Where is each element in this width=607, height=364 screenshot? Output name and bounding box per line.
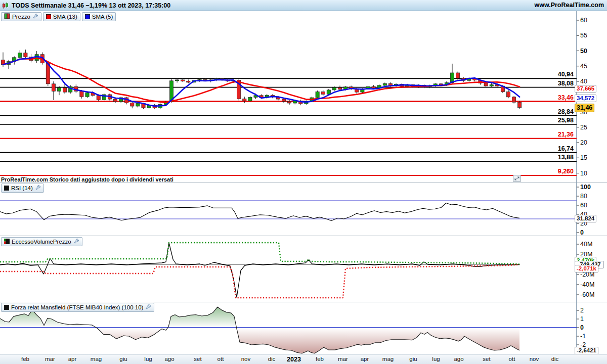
axis-tick-label: 80 [580, 193, 587, 200]
chip-sma13-label: SMA (13) [53, 14, 77, 20]
data-adjustment-note: ProRealTime.com Storico dati aggiustato … [1, 176, 174, 183]
time-axis-label: giu [119, 356, 127, 362]
price-candles-icon [4, 13, 10, 20]
rsi-value-badge: 31,824 [575, 215, 596, 222]
time-axis-label: ott [218, 356, 224, 362]
axis-tick-label: 60 [580, 202, 587, 209]
chip-rsi[interactable]: RSI (14) [1, 184, 44, 193]
chip-eccessovolume[interactable]: EccessoVolumePrezzo [1, 237, 82, 246]
fit-chart-icon[interactable] [513, 175, 521, 182]
level-label: 9,260 [558, 168, 574, 175]
time-axis-label: mar [45, 356, 55, 362]
time-axis-label: mag [91, 356, 102, 362]
wrench-icon[interactable] [32, 13, 38, 20]
time-axis-label: feb [316, 356, 324, 362]
time-axis-label: ago [454, 356, 463, 362]
time-axis-label: apr [68, 356, 77, 362]
time-axis-label: ago [164, 356, 174, 362]
level-label: 25,98 [558, 117, 574, 124]
time-axis-label: mag [382, 356, 394, 362]
time-axis-label: giu [409, 356, 417, 362]
prorealtime-link[interactable]: www.ProRealTime.com [534, 2, 604, 9]
axis-tick-label: -1 [580, 333, 586, 340]
axis-tick-label: 50 [580, 48, 587, 55]
sma5-value-badge: 34,572 [575, 95, 596, 102]
chart-header: TODS Settimanale 31,46 −1,19% 13 ott 202… [0, 0, 607, 11]
axis-tick-label: 20 [580, 139, 587, 146]
time-axis-label: set [194, 356, 201, 362]
time-axis-label: 2023 [287, 356, 301, 363]
candlestick-icon [2, 2, 9, 9]
level-label: 16,74 [558, 145, 574, 152]
wrench-icon[interactable] [73, 238, 79, 245]
price-panel[interactable] [0, 11, 577, 183]
mansfield-value-badge: -2,6421 [575, 347, 598, 354]
time-axis-label: dic [268, 356, 276, 362]
time-axis-label: apr [361, 356, 369, 362]
time-axis-label: set [483, 356, 490, 362]
level-label: 21,36 [558, 131, 574, 138]
axis-tick-label: 40M [580, 241, 592, 248]
axis-tick-label: 15 [580, 154, 587, 161]
axis-tick-label: 10 [580, 170, 587, 177]
time-axis-label: feb [21, 356, 29, 362]
volume-color-icon [4, 239, 10, 245]
axis-tick-label: 45 [580, 63, 587, 70]
level-label: 33,46 [558, 94, 574, 101]
chip-sma5[interactable]: SMA (5) [82, 12, 116, 21]
rsi-color-icon [4, 186, 9, 191]
mansfield-color-icon [4, 305, 9, 310]
chip-mansfield[interactable]: Forza relat Mansfield (FTSE MIB40 Index)… [1, 303, 154, 312]
chip-prezzo[interactable]: Prezzo [1, 12, 41, 21]
sma13-color-icon [46, 14, 51, 19]
time-axis-label: ott [509, 356, 515, 362]
chip-sma13[interactable]: SMA (13) [43, 12, 80, 21]
time-axis-label: mar [338, 356, 348, 362]
axis-tick-label: 100 [580, 184, 591, 191]
time-axis-label: lug [432, 356, 440, 362]
sma13-value-badge: 37,665 [575, 85, 596, 93]
chart-title: TODS Settimanale 31,46 −1,19% 13 ott 202… [12, 2, 170, 9]
rsi-panel[interactable] [0, 183, 577, 236]
chip-eccessovolume-label: EccessoVolumePrezzo [12, 239, 71, 245]
axis-tick-label: 2 [580, 307, 584, 314]
level-label: 40,94 [558, 71, 574, 78]
last-price-badge: 31,46 [575, 104, 594, 112]
axis-tick-label: 0 [580, 229, 584, 236]
chip-sma5-label: SMA (5) [92, 14, 113, 20]
axis-tick-label: 0 [580, 324, 584, 331]
axis-tick-label: 40 [580, 78, 587, 85]
wrench-icon[interactable] [35, 185, 41, 192]
axis-tick-label: -60M [580, 291, 594, 298]
time-axis-label: dic [551, 356, 559, 362]
time-axis-label: nov [241, 356, 251, 362]
sma5-color-icon [85, 14, 90, 19]
wrench-icon[interactable] [145, 304, 151, 311]
level-label: 28,84 [558, 108, 574, 115]
level-label: 38,08 [558, 80, 574, 87]
axis-tick-label: 55 [580, 32, 587, 39]
volume-panel[interactable] [0, 236, 577, 302]
chip-mansfield-label: Forza relat Mansfield (FTSE MIB40 Index)… [11, 304, 143, 310]
axis-tick-label: 1 [580, 315, 584, 323]
axis-tick-label: 25 [580, 124, 587, 131]
time-axis-label: lug [144, 356, 152, 362]
axis-tick-label: -40M [580, 281, 594, 288]
chip-rsi-label: RSI (14) [11, 185, 33, 191]
chip-prezzo-label: Prezzo [12, 14, 30, 20]
axis-tick-label: 60 [580, 17, 587, 24]
level-label: 13,88 [558, 154, 574, 161]
volume-lower-band-badge: -2,071k [575, 265, 598, 272]
time-axis-label: nov [530, 356, 539, 362]
